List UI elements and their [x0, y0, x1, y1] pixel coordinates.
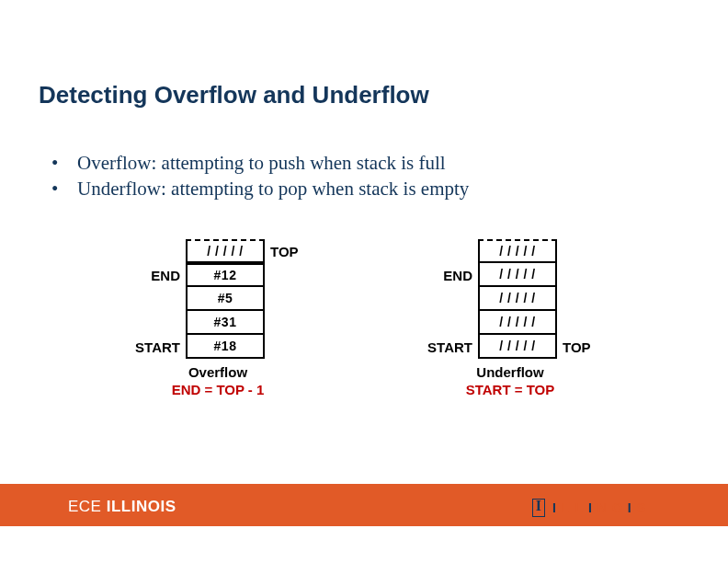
stack-cell: / / / / /	[478, 287, 557, 311]
row-label-right: TOP	[270, 244, 309, 259]
row-label-left: START	[127, 339, 180, 355]
bullet-dot-icon: •	[51, 150, 77, 176]
bullet-item: • Overflow: attempting to push when stac…	[51, 150, 469, 176]
stack-cell: / / / / /	[186, 239, 265, 263]
bullet-text: Underflow: attempting to pop when stack …	[77, 176, 469, 201]
row-label-right: TOP	[563, 339, 601, 355]
illinois-wordmark: ILLINOIS	[552, 500, 651, 515]
overflow-diagram: / / / / / TOP END #12 #5 #31 START #18 O…	[127, 239, 309, 397]
stack-cell: #5	[186, 287, 265, 311]
overflow-formula: END = TOP - 1	[172, 382, 265, 397]
stack-cell: / / / / /	[478, 239, 557, 263]
bullet-item: • Underflow: attempting to pop when stac…	[51, 176, 469, 201]
stack-cell: #31	[186, 311, 265, 335]
row-label-left: END	[127, 268, 180, 283]
underflow-stack: / / / / / END / / / / / / / / / / / / / …	[419, 239, 601, 359]
stack-cell: #18	[186, 335, 265, 359]
bullet-text: Overflow: attempting to push when stack …	[77, 150, 446, 176]
bullet-list: • Overflow: attempting to push when stac…	[51, 150, 469, 202]
underflow-formula: START = TOP	[466, 382, 555, 397]
row-label-left: END	[419, 268, 472, 283]
footer-illinois: ILLINOIS	[107, 498, 176, 515]
block-i-icon	[532, 499, 545, 517]
footer-left-brand: ECE ILLINOIS	[68, 498, 176, 516]
stack-cell: #12	[186, 263, 265, 287]
footer-ece: ECE	[68, 498, 107, 515]
stack-cell: / / / / /	[478, 263, 557, 287]
stack-cell: / / / / /	[478, 335, 557, 359]
overflow-stack: / / / / / TOP END #12 #5 #31 START #18	[127, 239, 309, 359]
overflow-caption: Overflow	[188, 364, 247, 380]
diagram-area: / / / / / TOP END #12 #5 #31 START #18 O…	[0, 239, 728, 397]
underflow-caption: Underflow	[476, 364, 543, 380]
bullet-dot-icon: •	[51, 176, 77, 201]
footer-right-brand: ILLINOIS	[532, 499, 651, 517]
underflow-diagram: / / / / / END / / / / / / / / / / / / / …	[419, 239, 601, 397]
slide-title: Detecting Overflow and Underflow	[39, 81, 429, 109]
row-label-left: START	[419, 339, 472, 355]
stack-cell: / / / / /	[478, 311, 557, 335]
